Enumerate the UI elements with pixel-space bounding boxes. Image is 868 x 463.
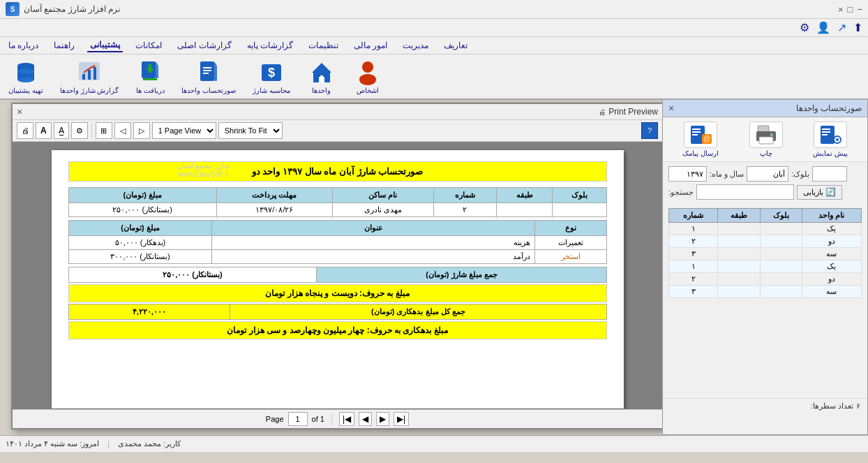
pp-next-button[interactable]: ▷ bbox=[133, 122, 150, 139]
action-pish-namayesh[interactable]: پیش نمایش bbox=[813, 122, 848, 157]
menu-item-emkanat[interactable]: امکانات bbox=[133, 39, 165, 52]
page-first-button[interactable]: |◀ bbox=[339, 412, 354, 426]
cell-block bbox=[761, 273, 802, 286]
pp-view-select[interactable]: 1 Page View bbox=[152, 122, 216, 139]
table-row[interactable]: یک ۱ bbox=[669, 260, 862, 273]
cell-block bbox=[761, 260, 802, 273]
user-info: کاربر: محمد محمدی bbox=[118, 439, 181, 448]
page-number-input[interactable] bbox=[288, 412, 308, 426]
pp-pagebreak-button[interactable]: ⊞ bbox=[96, 122, 112, 139]
toolbar-daryaft[interactable]: دریافت ها bbox=[133, 57, 167, 96]
pp-content[interactable]: شارژ مجمع آسان www.EasySoft.ir صورتحساب … bbox=[13, 142, 662, 409]
action-chap-label: چاپ bbox=[760, 149, 772, 157]
toolbar-ashkhas[interactable]: اشخاص bbox=[350, 57, 385, 96]
pp-toolbar: 🖨 A A̲ ⚙ ⊞ ◁ ▷ 1 Page View Shrink To Fit… bbox=[13, 120, 662, 142]
toolbar-mohasebe-sharz-label: محاسبه شارژ bbox=[253, 87, 290, 94]
right-panel: صورتحساب واحدها × پیش نمایش bbox=[662, 100, 868, 435]
menu-item-gozareshat-paye[interactable]: گزارشات پایه bbox=[244, 39, 296, 52]
svg-point-1 bbox=[359, 74, 376, 85]
toolbar-soorthesab-label: صورتحساب واحدها bbox=[181, 87, 236, 94]
cell-num: ۲ bbox=[669, 235, 718, 248]
pp-settings-button[interactable]: ⚙ bbox=[71, 122, 88, 139]
pp-bold-button[interactable]: A bbox=[36, 122, 52, 139]
pp-italic-button[interactable]: A̲ bbox=[54, 122, 69, 139]
page-last-button[interactable]: ▶| bbox=[394, 412, 409, 426]
pp-shrink-select[interactable]: Shrink To Fit bbox=[218, 122, 283, 139]
svg-rect-21 bbox=[93, 67, 96, 80]
svg-text:@: @ bbox=[703, 135, 710, 142]
td-amt-1: (بدهکار) ۵۰,۰۰۰ bbox=[68, 236, 212, 250]
table-row[interactable]: سه ۳ bbox=[669, 286, 862, 298]
toolbar-mohasebe-sharz[interactable]: $ محاسبه شارژ bbox=[250, 57, 293, 96]
col-floor: طبقه bbox=[718, 209, 761, 223]
detail-row-1: تعمیرات هزینه (بدهکار) ۵۰,۰۰۰ bbox=[68, 236, 606, 250]
menu-item-tanzimat[interactable]: تنظیمات bbox=[306, 39, 341, 52]
th-amount: مبلغ (تومان) bbox=[68, 188, 216, 203]
main-report-table: بلوک طبقه شماره نام ساکن مهلت پرداخت مبل… bbox=[68, 187, 607, 217]
print-preview-window: × 🖨 Print Preview 🖨 A A̲ ⚙ ⊞ ◁ ▷ 1 Page … bbox=[11, 103, 664, 429]
td-amt-2: (بستانکار) ۳۰۰,۰۰۰ bbox=[68, 250, 212, 264]
diagonal-arrow-icon[interactable]: ↗ bbox=[837, 21, 846, 34]
menu-item-gozareshat-asli[interactable]: گزارشات اصلی bbox=[174, 39, 234, 52]
toolbar-soorthesab[interactable]: صورتحساب واحدها bbox=[179, 57, 239, 96]
svg-marker-13 bbox=[156, 61, 158, 66]
toolbar-vahedha[interactable]: واحدها bbox=[304, 57, 339, 96]
svg-rect-19 bbox=[82, 74, 85, 80]
menu-item-darbare[interactable]: درباره ما bbox=[6, 39, 41, 52]
table-row[interactable]: دو ۲ bbox=[669, 273, 862, 286]
search-label: جستجو: bbox=[668, 188, 694, 197]
pp-print-button[interactable]: 🖨 bbox=[17, 122, 33, 139]
cell-name: دو bbox=[802, 235, 861, 248]
minimize-button[interactable]: − bbox=[857, 4, 862, 15]
toolbar-daryaft-label: دریافت ها bbox=[136, 87, 165, 94]
page-prev-button[interactable]: ◀ bbox=[359, 412, 372, 426]
bayabi-button[interactable]: 🔄 بازیابی bbox=[797, 185, 842, 200]
td-floor bbox=[497, 203, 553, 217]
up-arrow-icon[interactable]: ⬆ bbox=[853, 21, 862, 34]
cell-block bbox=[761, 286, 802, 298]
block-input[interactable] bbox=[812, 166, 847, 182]
cell-name: یک bbox=[802, 260, 861, 273]
menu-bar: تعاریف مدیریت امور مالی تنظیمات گزارشات … bbox=[0, 37, 868, 54]
pp-prev-button[interactable]: ◁ bbox=[114, 122, 131, 139]
maximize-button[interactable]: □ bbox=[848, 4, 853, 15]
menu-item-ta3arif[interactable]: تعاریف bbox=[441, 39, 470, 52]
total-debt-table: جمع کل مبلغ بدهکاری (تومان) ۴,۲۲۰,۰۰۰ bbox=[68, 304, 607, 320]
year-input[interactable] bbox=[668, 166, 707, 182]
toolbar-vahedha-label: واحدها bbox=[312, 87, 331, 94]
cell-floor bbox=[718, 223, 761, 235]
gear-icon[interactable]: ⚙ bbox=[800, 21, 809, 34]
th-resident: نام ساکن bbox=[332, 188, 433, 203]
table-row[interactable]: سه ۳ bbox=[669, 248, 862, 260]
status-bar: کاربر: محمد محمدی | امروز: سه شنبه ۴ مرد… bbox=[0, 435, 868, 452]
toolbar-gozaresh-sharz[interactable]: گزارش شارژ واحدها bbox=[57, 57, 122, 96]
year-month-input[interactable] bbox=[747, 166, 788, 182]
action-chap[interactable]: چاپ bbox=[749, 122, 783, 157]
panel-header: صورتحساب واحدها × bbox=[663, 100, 867, 117]
search-input[interactable] bbox=[696, 184, 794, 200]
svg-rect-16 bbox=[149, 64, 151, 73]
svg-point-35 bbox=[770, 133, 773, 136]
panel-close-button[interactable]: × bbox=[668, 103, 674, 114]
menu-item-rahnama[interactable]: راهنما bbox=[51, 39, 77, 52]
svg-point-0 bbox=[362, 61, 373, 73]
action-payamak[interactable]: @ ارسال پیامک bbox=[682, 122, 719, 157]
toolbar-poshtiban[interactable]: تهیه پشتیبان bbox=[6, 57, 46, 96]
svg-point-25 bbox=[17, 68, 34, 74]
close-button[interactable]: × bbox=[838, 4, 844, 15]
table-row[interactable]: دو ۲ bbox=[669, 235, 862, 248]
action-pish-namayesh-label: پیش نمایش bbox=[813, 149, 848, 157]
menu-item-mali[interactable]: امور مالی bbox=[351, 39, 390, 52]
menu-item-poshtibani[interactable]: پشتیبانی bbox=[87, 38, 123, 52]
menu-item-modiriat[interactable]: مدیریت bbox=[400, 39, 431, 52]
pp-title: 🖨 Print Preview bbox=[599, 107, 658, 117]
svg-point-31 bbox=[836, 138, 839, 141]
pp-close-button[interactable]: × bbox=[17, 106, 22, 117]
toolbar-ashkhas-label: اشخاص bbox=[357, 87, 379, 94]
table-row[interactable]: یک ۱ bbox=[669, 223, 862, 235]
pp-help-button[interactable]: ? bbox=[641, 122, 658, 139]
user-icon[interactable]: 👤 bbox=[816, 21, 830, 34]
page-next-button[interactable]: ▶ bbox=[376, 412, 389, 426]
window-controls[interactable]: × □ − bbox=[838, 4, 862, 15]
watermark: شارژ مجمع آسان www.EasySoft.ir bbox=[177, 161, 230, 178]
